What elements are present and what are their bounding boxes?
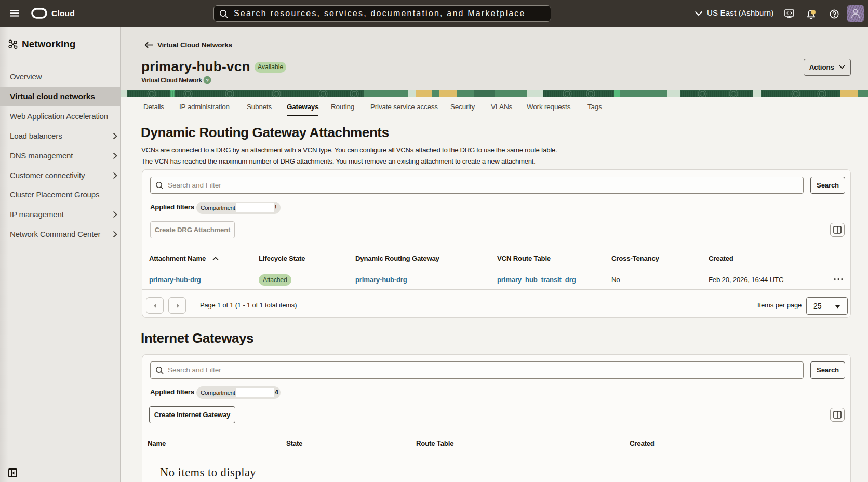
svg-text:?: ? <box>206 77 209 83</box>
